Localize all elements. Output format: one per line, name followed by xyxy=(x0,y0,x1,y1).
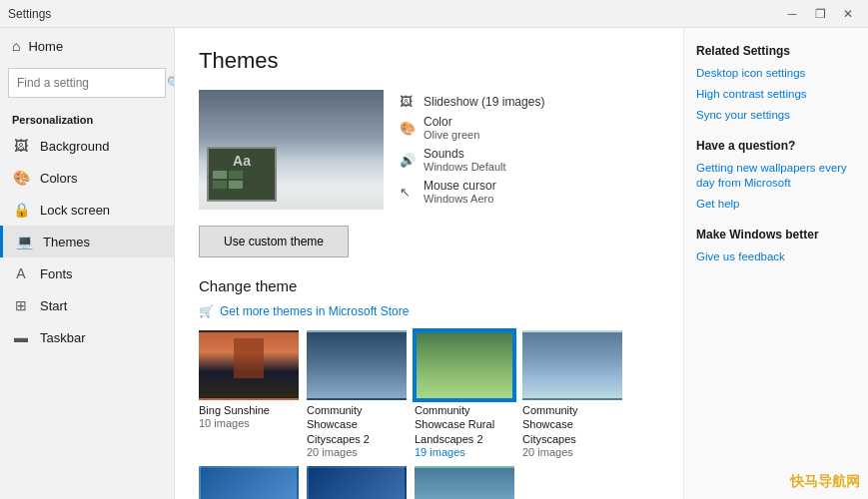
window-controls: ─ ❐ ✕ xyxy=(780,5,860,23)
theme-detail-color: 🎨 Color Olive green xyxy=(400,115,659,141)
theme-thumbnail-blue1 xyxy=(199,466,299,499)
sidebar-item-label: Background xyxy=(40,139,109,154)
fonts-icon: A xyxy=(12,265,30,281)
lock-icon: 🔒 xyxy=(12,202,30,218)
theme-thumbnail-bing-sunshine xyxy=(199,330,299,400)
feedback-section: Make Windows better Give us feedback xyxy=(696,228,856,264)
theme-detail-sounds-value: Windows Default xyxy=(424,161,506,173)
window-title: Settings xyxy=(8,7,51,21)
sounds-icon: 🔊 xyxy=(400,153,416,168)
search-icon: 🔍 xyxy=(167,76,175,90)
preview-cell xyxy=(213,181,227,189)
app-container: ⌂ Home 🔍 Personalization 🖼 Background 🎨 … xyxy=(0,28,868,499)
taskbar-icon: ▬ xyxy=(12,329,30,345)
feedback-title: Make Windows better xyxy=(696,228,856,242)
faq-section: Have a question? Getting new wallpapers … xyxy=(696,139,856,212)
sidebar-item-home[interactable]: ⌂ Home xyxy=(0,28,174,64)
theme-item-community-cityscapes2[interactable]: Community Showcase Cityscapes 2 20 image… xyxy=(307,330,407,458)
related-link-sync[interactable]: Sync your settings xyxy=(696,108,856,123)
sidebar-item-background[interactable]: 🖼 Background xyxy=(0,130,174,162)
theme-item-count: 10 images xyxy=(199,417,299,429)
themes-icon: 💻 xyxy=(15,234,33,250)
sidebar-item-start[interactable]: ⊞ Start xyxy=(0,289,174,321)
sidebar-item-label: Lock screen xyxy=(40,203,110,218)
preview-aa-text: Aa xyxy=(213,153,271,169)
color-icon: 🎨 xyxy=(400,121,416,136)
faq-title: Have a question? xyxy=(696,139,856,153)
theme-item-count: 20 images xyxy=(307,446,407,458)
use-custom-theme-button[interactable]: Use custom theme xyxy=(199,226,349,257)
theme-thumbnail-city2 xyxy=(307,330,407,400)
theme-detail-sounds: 🔊 Sounds Windows Default xyxy=(400,147,659,173)
faq-link-help[interactable]: Get help xyxy=(696,197,856,212)
cursor-icon: ↖ xyxy=(400,185,416,200)
theme-thumbnail-cityscapes xyxy=(522,330,622,400)
preview-grid xyxy=(213,171,271,189)
preview-cell xyxy=(213,171,227,179)
theme-detail-color-label: Color xyxy=(424,115,479,129)
sidebar-item-label: Colors xyxy=(40,171,78,186)
watermark: 快马导航网 xyxy=(790,473,860,491)
theme-item-name: Community Showcase Rural Landscapes 2 xyxy=(415,403,514,446)
related-link-desktop-icons[interactable]: Desktop icon settings xyxy=(696,66,856,81)
theme-preview-desktop: Aa xyxy=(207,147,277,202)
theme-details: 🖼 Slideshow (19 images) 🎨 Color Olive gr… xyxy=(400,90,659,210)
get-more-themes-label: Get more themes in Microsoft Store xyxy=(220,304,409,318)
related-settings-title: Related Settings xyxy=(696,44,856,58)
theme-item-blue1[interactable] xyxy=(199,466,299,499)
theme-detail-cursor-value: Windows Aero xyxy=(424,193,496,205)
sidebar-item-label: Fonts xyxy=(40,266,73,281)
sidebar-item-label: Themes xyxy=(43,235,90,250)
theme-item-name: Bing Sunshine xyxy=(199,403,299,417)
theme-preview-area: Aa 🖼 Slidesho xyxy=(199,90,659,210)
sidebar-item-taskbar[interactable]: ▬ Taskbar xyxy=(0,321,174,353)
themes-grid: Bing Sunshine 10 images Community Showca… xyxy=(199,330,659,499)
home-icon: ⌂ xyxy=(12,38,20,54)
theme-thumbnail-coast xyxy=(415,466,514,499)
personalization-label: Personalization xyxy=(0,102,174,130)
preview-cell xyxy=(229,181,243,189)
page-title: Themes xyxy=(199,48,659,74)
related-link-high-contrast[interactable]: High contrast settings xyxy=(696,87,856,102)
change-theme-title: Change theme xyxy=(199,277,659,294)
sidebar-item-themes[interactable]: 💻 Themes xyxy=(0,226,174,257)
right-panel: Related Settings Desktop icon settings H… xyxy=(683,28,868,499)
theme-item-count: 19 images xyxy=(415,446,514,458)
theme-detail-slideshow-label: Slideshow (19 images) xyxy=(424,95,544,109)
theme-item-name: Community Showcase Cityscapes xyxy=(522,403,622,446)
colors-icon: 🎨 xyxy=(12,170,30,186)
search-box[interactable]: 🔍 xyxy=(8,68,166,98)
close-button[interactable]: ✕ xyxy=(836,5,860,23)
theme-detail-slideshow: 🖼 Slideshow (19 images) xyxy=(400,94,659,109)
theme-detail-cursor: ↖ Mouse cursor Windows Aero xyxy=(400,179,659,205)
theme-item-community-cityscapes[interactable]: Community Showcase Cityscapes 20 images xyxy=(522,330,622,458)
sidebar-item-lock-screen[interactable]: 🔒 Lock screen xyxy=(0,194,174,226)
feedback-link[interactable]: Give us feedback xyxy=(696,250,856,264)
faq-link-wallpapers[interactable]: Getting new wallpapers every day from Mi… xyxy=(696,161,856,191)
theme-preview-image: Aa xyxy=(199,90,384,210)
preview-cell xyxy=(229,171,243,179)
theme-item-community-rural2[interactable]: Community Showcase Rural Landscapes 2 19… xyxy=(415,330,514,458)
theme-item-name: Community Showcase Cityscapes 2 xyxy=(307,403,407,446)
theme-detail-sounds-label: Sounds xyxy=(424,147,506,161)
sidebar-item-fonts[interactable]: A Fonts xyxy=(0,257,174,289)
theme-item-bing-sunshine[interactable]: Bing Sunshine 10 images xyxy=(199,330,299,458)
slideshow-icon: 🖼 xyxy=(400,94,416,109)
theme-detail-color-value: Olive green xyxy=(424,129,479,141)
sidebar-item-colors[interactable]: 🎨 Colors xyxy=(0,162,174,194)
maximize-button[interactable]: ❐ xyxy=(808,5,832,23)
minimize-button[interactable]: ─ xyxy=(780,5,804,23)
theme-item-coast[interactable] xyxy=(415,466,514,499)
theme-detail-cursor-label: Mouse cursor xyxy=(424,179,496,193)
theme-thumbnail-blue2 xyxy=(307,466,407,499)
theme-item-blue2[interactable] xyxy=(307,466,407,499)
sidebar-item-label: Taskbar xyxy=(40,330,86,345)
get-more-themes-link[interactable]: 🛒 Get more themes in Microsoft Store xyxy=(199,304,659,318)
theme-item-count: 20 images xyxy=(522,446,622,458)
home-label: Home xyxy=(28,39,63,54)
search-input[interactable] xyxy=(17,76,167,90)
theme-thumbnail-rural2 xyxy=(415,330,514,400)
sidebar-item-label: Start xyxy=(40,298,67,313)
store-icon: 🛒 xyxy=(199,304,214,318)
background-icon: 🖼 xyxy=(12,138,30,154)
